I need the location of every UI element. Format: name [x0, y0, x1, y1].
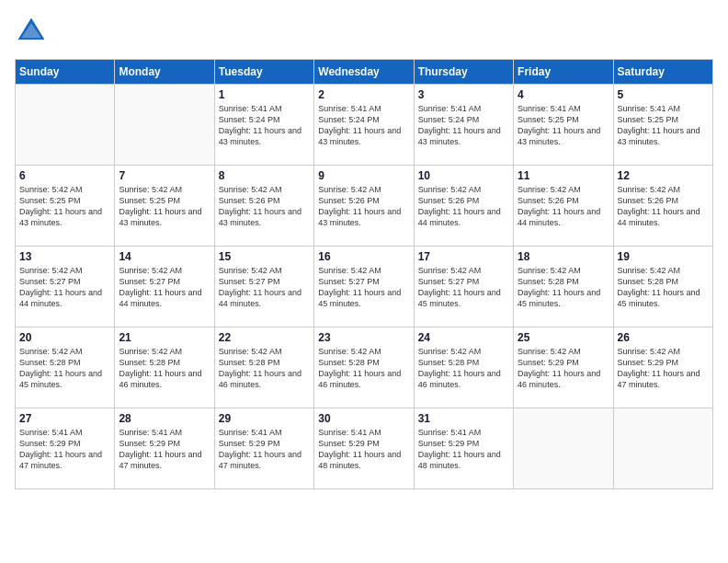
cell-content: Sunrise: 5:41 AM Sunset: 5:24 PM Dayligh…: [318, 103, 409, 148]
cell-content: Sunrise: 5:42 AM Sunset: 5:26 PM Dayligh…: [219, 184, 310, 229]
day-number: 10: [418, 169, 509, 182]
weekday-header: Thursday: [414, 60, 513, 85]
logo-icon: [15, 15, 48, 48]
calendar-cell: 5Sunrise: 5:41 AM Sunset: 5:25 PM Daylig…: [613, 85, 712, 166]
day-number: 30: [318, 412, 409, 425]
calendar-cell: 9Sunrise: 5:42 AM Sunset: 5:26 PM Daylig…: [314, 166, 414, 247]
day-number: 12: [618, 169, 709, 182]
logo: [15, 15, 51, 48]
cell-content: Sunrise: 5:41 AM Sunset: 5:24 PM Dayligh…: [219, 103, 310, 148]
calendar-cell: 15Sunrise: 5:42 AM Sunset: 5:27 PM Dayli…: [214, 247, 313, 327]
calendar-week-row: 1Sunrise: 5:41 AM Sunset: 5:24 PM Daylig…: [16, 85, 713, 166]
calendar-cell: 18Sunrise: 5:42 AM Sunset: 5:28 PM Dayli…: [514, 247, 613, 327]
day-number: 31: [418, 412, 509, 425]
day-number: 5: [618, 88, 709, 101]
day-number: 9: [318, 169, 409, 182]
calendar-cell: 3Sunrise: 5:41 AM Sunset: 5:24 PM Daylig…: [414, 85, 513, 166]
cell-content: Sunrise: 5:42 AM Sunset: 5:28 PM Dayligh…: [618, 265, 709, 310]
day-number: 25: [518, 331, 609, 344]
cell-content: Sunrise: 5:42 AM Sunset: 5:26 PM Dayligh…: [518, 184, 609, 229]
calendar-cell: 27Sunrise: 5:41 AM Sunset: 5:29 PM Dayli…: [16, 408, 115, 489]
day-number: 18: [518, 250, 609, 263]
day-number: 14: [119, 250, 210, 263]
cell-content: Sunrise: 5:41 AM Sunset: 5:29 PM Dayligh…: [19, 427, 110, 472]
weekday-header: Monday: [115, 60, 214, 85]
cell-content: Sunrise: 5:42 AM Sunset: 5:28 PM Dayligh…: [19, 346, 110, 391]
cell-content: Sunrise: 5:41 AM Sunset: 5:24 PM Dayligh…: [418, 103, 509, 148]
cell-content: Sunrise: 5:41 AM Sunset: 5:29 PM Dayligh…: [119, 427, 210, 472]
day-number: 6: [19, 169, 110, 182]
calendar-week-row: 13Sunrise: 5:42 AM Sunset: 5:27 PM Dayli…: [16, 247, 713, 327]
day-number: 15: [219, 250, 310, 263]
cell-content: Sunrise: 5:42 AM Sunset: 5:28 PM Dayligh…: [518, 265, 609, 310]
calendar-cell: [16, 85, 115, 166]
calendar-cell: 22Sunrise: 5:42 AM Sunset: 5:28 PM Dayli…: [214, 327, 313, 408]
day-number: 29: [219, 412, 310, 425]
day-number: 16: [318, 250, 409, 263]
weekday-header: Tuesday: [214, 60, 313, 85]
calendar-cell: 21Sunrise: 5:42 AM Sunset: 5:28 PM Dayli…: [115, 327, 214, 408]
calendar-cell: 17Sunrise: 5:42 AM Sunset: 5:27 PM Dayli…: [414, 247, 513, 327]
calendar-cell: 14Sunrise: 5:42 AM Sunset: 5:27 PM Dayli…: [115, 247, 214, 327]
day-number: 21: [119, 331, 210, 344]
weekday-header: Sunday: [16, 60, 115, 85]
calendar-cell: 25Sunrise: 5:42 AM Sunset: 5:29 PM Dayli…: [514, 327, 613, 408]
cell-content: Sunrise: 5:42 AM Sunset: 5:29 PM Dayligh…: [618, 346, 709, 391]
calendar-cell: 19Sunrise: 5:42 AM Sunset: 5:28 PM Dayli…: [613, 247, 712, 327]
cell-content: Sunrise: 5:42 AM Sunset: 5:25 PM Dayligh…: [119, 184, 210, 229]
day-number: 24: [418, 331, 509, 344]
calendar-cell: 12Sunrise: 5:42 AM Sunset: 5:26 PM Dayli…: [613, 166, 712, 247]
calendar-cell: 26Sunrise: 5:42 AM Sunset: 5:29 PM Dayli…: [613, 327, 712, 408]
calendar-cell: 2Sunrise: 5:41 AM Sunset: 5:24 PM Daylig…: [314, 85, 414, 166]
cell-content: Sunrise: 5:41 AM Sunset: 5:25 PM Dayligh…: [518, 103, 609, 148]
day-number: 13: [19, 250, 110, 263]
cell-content: Sunrise: 5:41 AM Sunset: 5:29 PM Dayligh…: [318, 427, 409, 472]
calendar-week-row: 27Sunrise: 5:41 AM Sunset: 5:29 PM Dayli…: [16, 408, 713, 489]
calendar-cell: 11Sunrise: 5:42 AM Sunset: 5:26 PM Dayli…: [514, 166, 613, 247]
calendar-cell: [613, 408, 712, 489]
day-number: 23: [318, 331, 409, 344]
day-number: 4: [518, 88, 609, 101]
cell-content: Sunrise: 5:41 AM Sunset: 5:29 PM Dayligh…: [219, 427, 310, 472]
day-number: 20: [19, 331, 110, 344]
cell-content: Sunrise: 5:42 AM Sunset: 5:27 PM Dayligh…: [418, 265, 509, 310]
cell-content: Sunrise: 5:42 AM Sunset: 5:27 PM Dayligh…: [119, 265, 210, 310]
calendar-cell: 1Sunrise: 5:41 AM Sunset: 5:24 PM Daylig…: [214, 85, 313, 166]
day-number: 27: [19, 412, 110, 425]
day-number: 26: [618, 331, 709, 344]
cell-content: Sunrise: 5:42 AM Sunset: 5:27 PM Dayligh…: [219, 265, 310, 310]
cell-content: Sunrise: 5:42 AM Sunset: 5:25 PM Dayligh…: [19, 184, 110, 229]
day-number: 28: [119, 412, 210, 425]
calendar-cell: 8Sunrise: 5:42 AM Sunset: 5:26 PM Daylig…: [214, 166, 313, 247]
weekday-header-row: SundayMondayTuesdayWednesdayThursdayFrid…: [16, 60, 713, 85]
calendar-cell: [514, 408, 613, 489]
calendar-cell: 7Sunrise: 5:42 AM Sunset: 5:25 PM Daylig…: [115, 166, 214, 247]
calendar-cell: 6Sunrise: 5:42 AM Sunset: 5:25 PM Daylig…: [16, 166, 115, 247]
cell-content: Sunrise: 5:42 AM Sunset: 5:26 PM Dayligh…: [618, 184, 709, 229]
day-number: 11: [518, 169, 609, 182]
day-number: 8: [219, 169, 310, 182]
cell-content: Sunrise: 5:42 AM Sunset: 5:28 PM Dayligh…: [318, 346, 409, 391]
day-number: 17: [418, 250, 509, 263]
calendar-cell: 10Sunrise: 5:42 AM Sunset: 5:26 PM Dayli…: [414, 166, 513, 247]
day-number: 7: [119, 169, 210, 182]
calendar-table: SundayMondayTuesdayWednesdayThursdayFrid…: [15, 59, 713, 489]
calendar-cell: 23Sunrise: 5:42 AM Sunset: 5:28 PM Dayli…: [314, 327, 414, 408]
calendar-week-row: 6Sunrise: 5:42 AM Sunset: 5:25 PM Daylig…: [16, 166, 713, 247]
day-number: 3: [418, 88, 509, 101]
day-number: 1: [219, 88, 310, 101]
page-header: [15, 15, 713, 48]
calendar-week-row: 20Sunrise: 5:42 AM Sunset: 5:28 PM Dayli…: [16, 327, 713, 408]
cell-content: Sunrise: 5:42 AM Sunset: 5:26 PM Dayligh…: [418, 184, 509, 229]
day-number: 22: [219, 331, 310, 344]
cell-content: Sunrise: 5:42 AM Sunset: 5:28 PM Dayligh…: [219, 346, 310, 391]
day-number: 19: [618, 250, 709, 263]
weekday-header: Saturday: [613, 60, 712, 85]
calendar-cell: 13Sunrise: 5:42 AM Sunset: 5:27 PM Dayli…: [16, 247, 115, 327]
cell-content: Sunrise: 5:42 AM Sunset: 5:27 PM Dayligh…: [318, 265, 409, 310]
cell-content: Sunrise: 5:42 AM Sunset: 5:29 PM Dayligh…: [518, 346, 609, 391]
cell-content: Sunrise: 5:42 AM Sunset: 5:26 PM Dayligh…: [318, 184, 409, 229]
calendar-cell: 4Sunrise: 5:41 AM Sunset: 5:25 PM Daylig…: [514, 85, 613, 166]
calendar-cell: 30Sunrise: 5:41 AM Sunset: 5:29 PM Dayli…: [314, 408, 414, 489]
day-number: 2: [318, 88, 409, 101]
